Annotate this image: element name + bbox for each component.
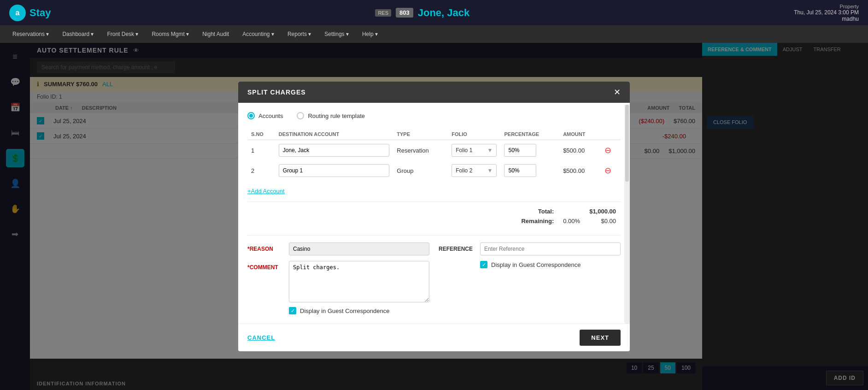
row2-remove-button[interactable]: ⊖ bbox=[604, 165, 611, 176]
row2-folio-select[interactable]: Folio 2▼ bbox=[452, 164, 497, 177]
nav-accounting[interactable]: Accounting ▾ bbox=[237, 28, 280, 40]
room-badge: 803 bbox=[396, 8, 413, 18]
radio-accounts-label: Accounts bbox=[258, 112, 283, 119]
datetime: Thu, Jul 25, 2024 3:00 PM bbox=[794, 9, 859, 16]
radio-routing-circle bbox=[297, 112, 304, 119]
row1-pct-input[interactable] bbox=[504, 144, 536, 157]
display-guest-row-2: ✓ Display in Guest Correspondence bbox=[480, 261, 621, 268]
display-guest-checkbox-1[interactable]: ✓ bbox=[289, 307, 296, 314]
row1-sno: 1 bbox=[247, 140, 275, 161]
row2-pct-input[interactable] bbox=[504, 164, 536, 177]
next-button[interactable]: NEXT bbox=[580, 330, 621, 346]
display-guest-label-1: Display in Guest Correspondence bbox=[300, 307, 389, 314]
total-label: Total: bbox=[516, 207, 558, 216]
nav-settings[interactable]: Settings ▾ bbox=[319, 28, 354, 40]
row2-account-input[interactable] bbox=[279, 164, 389, 177]
comment-label: *COMMENT bbox=[247, 261, 284, 271]
modal-footer: CANCEL NEXT bbox=[238, 324, 630, 351]
row1-folio-select[interactable]: Folio 1▼ bbox=[452, 144, 497, 157]
modal-scrollbar[interactable] bbox=[624, 105, 630, 324]
form-right: REFERENCE ✓ Display in Guest Corresponde… bbox=[439, 242, 621, 314]
accounts-table: S.NO DESTINATION ACCOUNT TYPE FOLIO PERC… bbox=[247, 129, 621, 181]
app-logo: a Stay bbox=[9, 5, 51, 21]
nav-dashboard[interactable]: Dashboard ▾ bbox=[57, 28, 99, 40]
radio-accounts-circle bbox=[247, 112, 255, 119]
row2-sno: 2 bbox=[247, 160, 275, 181]
totals-section: Total: $1,000.00 Remaining: 0.00% $0.00 bbox=[247, 207, 621, 226]
scrollbar-thumb bbox=[625, 105, 629, 181]
reason-input[interactable] bbox=[289, 242, 429, 255]
property-label: Property bbox=[794, 4, 859, 9]
modal-overlay: SPLIT CHARGES ✕ Accounts Routing rule te… bbox=[0, 43, 868, 390]
modal-title: SPLIT CHARGES bbox=[247, 89, 306, 96]
remaining-amt: $0.00 bbox=[585, 216, 621, 226]
account-row-1: 1 Reservation Folio 1▼ $500.00 ⊖ bbox=[247, 140, 621, 161]
form-section: *REASON *COMMENT Split charges. ✓ Displa… bbox=[247, 242, 621, 314]
split-charges-modal: SPLIT CHARGES ✕ Accounts Routing rule te… bbox=[238, 82, 630, 351]
reference-input[interactable] bbox=[480, 242, 621, 255]
display-guest-checkbox-2[interactable]: ✓ bbox=[480, 261, 487, 268]
col-dest-account: DESTINATION ACCOUNT bbox=[275, 129, 393, 140]
modal-close-button[interactable]: ✕ bbox=[614, 87, 621, 97]
nav-help[interactable]: Help ▾ bbox=[357, 28, 383, 40]
row1-type: Reservation bbox=[393, 140, 448, 161]
col-amount: AMOUNT bbox=[559, 129, 601, 140]
row1-amount: $500.00 bbox=[559, 140, 601, 161]
top-bar: a Stay RES 803 Jone, Jack Property Thu, … bbox=[0, 0, 868, 25]
reference-row: REFERENCE bbox=[439, 242, 621, 255]
nav-reservations[interactable]: Reservations ▾ bbox=[7, 28, 54, 40]
nav-bar: Reservations ▾ Dashboard ▾ Front Desk ▾ … bbox=[0, 25, 868, 43]
guest-name: Jone, Jack bbox=[418, 7, 470, 19]
reference-label: REFERENCE bbox=[439, 246, 475, 252]
total-pct bbox=[558, 207, 585, 216]
display-guest-row-1: ✓ Display in Guest Correspondence bbox=[289, 307, 429, 314]
account-row-2: 2 Group Folio 2▼ $500.00 ⊖ bbox=[247, 160, 621, 181]
radio-group: Accounts Routing rule template bbox=[247, 112, 621, 119]
col-percentage: PERCENTAGE bbox=[500, 129, 559, 140]
username: madhu bbox=[794, 16, 859, 22]
row1-remove-button[interactable]: ⊖ bbox=[604, 145, 611, 155]
modal-header: SPLIT CHARGES ✕ bbox=[238, 82, 630, 103]
comment-textarea[interactable]: Split charges. bbox=[289, 261, 429, 302]
radio-routing-label: Routing rule template bbox=[308, 112, 365, 119]
radio-routing[interactable]: Routing rule template bbox=[297, 112, 365, 119]
guest-info: RES 803 Jone, Jack bbox=[375, 7, 469, 19]
form-left: *REASON *COMMENT Split charges. ✓ Displa… bbox=[247, 242, 429, 314]
reason-label: *REASON bbox=[247, 246, 284, 252]
radio-accounts[interactable]: Accounts bbox=[247, 112, 283, 119]
reason-row: *REASON bbox=[247, 242, 429, 255]
display-guest-label-2: Display in Guest Correspondence bbox=[491, 261, 581, 268]
col-folio: FOLIO bbox=[448, 129, 500, 140]
res-badge: RES bbox=[375, 9, 391, 17]
nav-roomsmgmt[interactable]: Rooms Mgmt ▾ bbox=[146, 28, 194, 40]
comment-row: *COMMENT Split charges. bbox=[247, 261, 429, 302]
row2-amount: $500.00 bbox=[559, 160, 601, 181]
cancel-button[interactable]: CANCEL bbox=[247, 334, 275, 341]
nav-reports[interactable]: Reports ▾ bbox=[282, 28, 317, 40]
nav-frontdesk[interactable]: Front Desk ▾ bbox=[101, 28, 144, 40]
total-value: $1,000.00 bbox=[585, 207, 621, 216]
modal-body: Accounts Routing rule template S.NO DEST… bbox=[238, 103, 630, 324]
remaining-pct: 0.00% bbox=[558, 216, 585, 226]
logo-icon: a bbox=[9, 5, 26, 21]
row1-account-input[interactable] bbox=[279, 144, 389, 157]
remaining-label: Remaining: bbox=[516, 216, 558, 226]
row2-type: Group bbox=[393, 160, 448, 181]
top-bar-right: Property Thu, Jul 25, 2024 3:00 PM madhu bbox=[794, 4, 859, 22]
col-type: TYPE bbox=[393, 129, 448, 140]
col-sno: S.NO bbox=[247, 129, 275, 140]
add-account-link[interactable]: +Add Account bbox=[247, 188, 285, 195]
nav-nightaudit[interactable]: Night Audit bbox=[197, 28, 235, 40]
